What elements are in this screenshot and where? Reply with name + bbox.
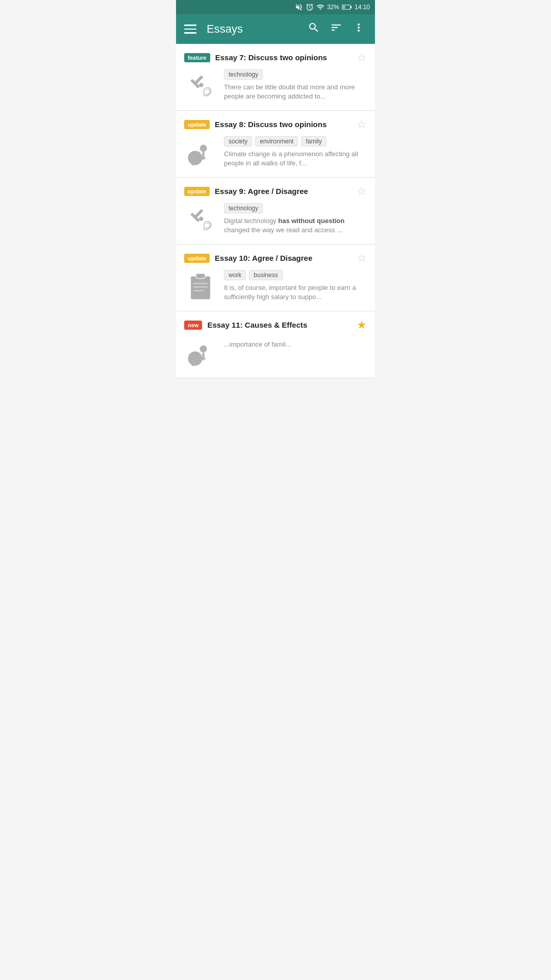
svg-point-12 <box>199 216 203 220</box>
essay-7-title: Essay 7: Discuss two opinions <box>215 53 327 63</box>
essay-item-7[interactable]: feature Essay 7: Discuss two opinions ☆ <box>176 44 375 111</box>
essay-item-11[interactable]: new Essay 11: Causes & Effects ★ <box>176 311 375 378</box>
svg-rect-15 <box>193 283 208 284</box>
essay-11-preview: ...importance of famil... <box>224 340 367 349</box>
time-text: 14:10 <box>355 4 370 11</box>
essay-11-header: new Essay 11: Causes & Effects ★ <box>184 318 367 332</box>
toolbar: Essays <box>176 14 375 44</box>
svg-rect-7 <box>192 160 194 165</box>
tag-business: business <box>249 270 282 280</box>
essay-7-tags: technology <box>224 69 367 80</box>
essay-11-star[interactable]: ★ <box>353 318 367 332</box>
essay-10-tags: work business <box>224 270 367 280</box>
tag-society: society <box>224 136 252 146</box>
essay-10-content: work business It is, of course, importan… <box>224 270 367 302</box>
essay-7-star[interactable]: ☆ <box>353 51 367 64</box>
essay-11-icon <box>184 337 217 370</box>
essay-9-content: technology Digital technology has withou… <box>224 203 367 235</box>
essay-7-preview: There can be little doubt that more and … <box>224 83 367 101</box>
battery-icon <box>342 4 352 10</box>
battery-text: 32% <box>327 4 339 11</box>
essay-8-star[interactable]: ☆ <box>353 118 367 131</box>
essay-7-body: technology There can be little doubt tha… <box>184 69 367 102</box>
essay-10-icon <box>184 270 217 303</box>
badge-update-10: update <box>184 254 210 263</box>
mute-icon <box>295 3 303 11</box>
clipboard-icon <box>188 272 213 301</box>
satellite-icon <box>186 71 215 100</box>
signal-icon <box>316 3 324 11</box>
tag-technology: technology <box>224 69 263 80</box>
essay-8-tags: society environment family <box>224 136 367 146</box>
app-title: Essays <box>207 22 299 36</box>
svg-rect-1 <box>350 6 352 8</box>
essay-8-content: society environment family Climate chang… <box>224 136 367 168</box>
essay-9-title: Essay 9: Agree / Disagree <box>215 186 308 197</box>
svg-rect-9 <box>203 152 205 160</box>
essay-9-preview: Digital technology has without question … <box>224 216 367 235</box>
svg-point-6 <box>188 151 203 165</box>
badge-feature: feature <box>184 53 210 62</box>
essay-11-body: ...importance of famil... <box>184 337 367 370</box>
svg-point-18 <box>188 352 203 366</box>
search-button[interactable] <box>306 19 322 39</box>
svg-rect-14 <box>196 274 205 279</box>
essay-10-preview: It is, of course, important for people t… <box>224 283 367 302</box>
essay-8-preview: Climate change is a phenomenon affecting… <box>224 150 367 168</box>
badge-new-11: new <box>184 321 202 330</box>
tag-technology-9: technology <box>224 203 263 213</box>
essay-list: feature Essay 7: Discuss two opinions ☆ <box>176 44 375 378</box>
alarm-icon <box>306 3 314 11</box>
more-button[interactable] <box>350 19 367 39</box>
essay-9-icon <box>184 203 217 236</box>
essay-item-10[interactable]: update Essay 10: Agree / Disagree ☆ work <box>176 244 375 311</box>
status-bar: 32% 14:10 <box>176 0 375 14</box>
badge-update-9: update <box>184 187 210 196</box>
svg-rect-2 <box>342 6 345 9</box>
svg-rect-13 <box>191 276 210 299</box>
person-tree-icon-2 <box>186 339 215 368</box>
essay-10-star[interactable]: ☆ <box>353 252 367 265</box>
satellite-icon-2 <box>186 205 215 234</box>
essay-7-content: technology There can be little doubt tha… <box>224 69 367 101</box>
svg-rect-16 <box>193 286 208 288</box>
essay-11-content: ...importance of famil... <box>224 337 367 349</box>
tag-family: family <box>301 136 326 146</box>
essay-9-tags: technology <box>224 203 367 213</box>
essay-8-icon <box>184 136 217 169</box>
svg-rect-17 <box>193 290 204 291</box>
essay-8-body: society environment family Climate chang… <box>184 136 367 169</box>
essay-10-header: update Essay 10: Agree / Disagree ☆ <box>184 252 367 265</box>
svg-point-8 <box>200 145 207 152</box>
essay-9-bold: has without question <box>278 217 344 225</box>
essay-10-body: work business It is, of course, importan… <box>184 270 367 303</box>
essay-8-header: update Essay 8: Discuss two opinions ☆ <box>184 118 367 131</box>
tag-work: work <box>224 270 246 280</box>
person-tree-icon <box>186 138 215 167</box>
svg-point-20 <box>200 346 207 353</box>
svg-rect-19 <box>192 361 194 366</box>
essay-9-preview-end: changed the way we read and access ... <box>224 226 342 234</box>
essay-10-title: Essay 10: Agree / Disagree <box>215 253 312 263</box>
filter-button[interactable] <box>328 19 344 39</box>
menu-button[interactable] <box>184 24 196 34</box>
essay-9-star[interactable]: ☆ <box>353 185 367 198</box>
essay-item-8[interactable]: update Essay 8: Discuss two opinions ☆ <box>176 111 375 178</box>
essay-9-header: update Essay 9: Agree / Disagree ☆ <box>184 185 367 198</box>
svg-rect-21 <box>203 353 205 360</box>
status-icons: 32% 14:10 <box>295 3 370 11</box>
essay-11-title: Essay 11: Causes & Effects <box>207 320 307 330</box>
essay-item-9[interactable]: update Essay 9: Agree / Disagree ☆ <box>176 178 375 244</box>
badge-update-8: update <box>184 120 210 129</box>
essay-7-header: feature Essay 7: Discuss two opinions ☆ <box>184 51 367 64</box>
svg-point-5 <box>199 83 203 87</box>
tag-environment: environment <box>255 136 298 146</box>
essay-7-icon <box>184 69 217 102</box>
essay-9-body: technology Digital technology has withou… <box>184 203 367 236</box>
essay-8-title: Essay 8: Discuss two opinions <box>215 119 327 130</box>
